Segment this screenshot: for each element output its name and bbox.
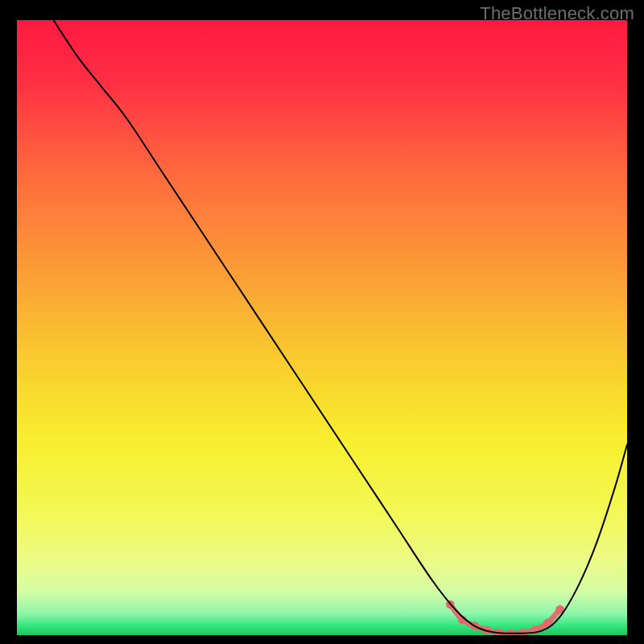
bottleneck-chart [17,20,627,635]
gradient-background [17,20,627,635]
plot-area [17,20,627,635]
chart-frame: TheBottleneck.com [0,0,644,644]
